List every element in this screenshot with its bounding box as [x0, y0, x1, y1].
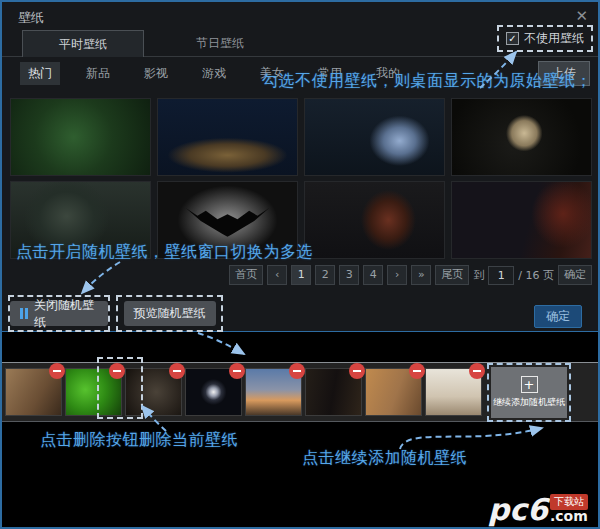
arrow-to-strip — [198, 333, 244, 354]
annotation-delete-note: 点击删除按钮删除当前壁纸 — [40, 430, 238, 451]
wallpaper-thumb-smoking[interactable] — [451, 181, 592, 259]
batman-logo-shape — [186, 202, 269, 237]
page-3-button[interactable]: 3 — [339, 265, 359, 285]
page-first-button[interactable]: 首页 — [229, 265, 263, 285]
strip-thumb-dark-cliff[interactable] — [305, 368, 362, 416]
no-wallpaper-highlight-box: ✓ 不使用壁纸 — [497, 25, 593, 52]
arrow-to-add-button — [400, 428, 542, 449]
pagination: 首页 ‹ 1 2 3 4 › » 尾页 到 / 16 页 确定 — [229, 265, 592, 285]
plus-icon: + — [521, 376, 538, 393]
delete-badge-icon[interactable] — [469, 363, 485, 379]
strip-thumb-warm-interior[interactable] — [365, 368, 422, 416]
close-icon[interactable]: ✕ — [575, 7, 588, 25]
page-2-button[interactable]: 2 — [315, 265, 335, 285]
annotation-add-note: 点击继续添加随机壁纸 — [302, 448, 467, 469]
goto-confirm-button[interactable]: 确定 — [558, 265, 592, 285]
add-random-highlight-box: + 继续添加随机壁纸 — [487, 363, 571, 422]
tab-normal-wallpaper[interactable]: 平时壁纸 — [22, 30, 144, 57]
delete-badge-icon[interactable] — [109, 363, 125, 379]
category-movies[interactable]: 影视 — [136, 62, 176, 85]
wallpaper-app-screenshot: 壁纸 ✕ 平时壁纸 节日壁纸 ✓ 不使用壁纸 热门 新品 影视 游戏 美女 常用… — [0, 0, 600, 529]
checkbox-checked-icon[interactable]: ✓ — [506, 32, 519, 45]
strip-thumb-bright-room[interactable] — [425, 368, 482, 416]
no-wallpaper-label[interactable]: 不使用壁纸 — [524, 30, 584, 47]
annotation-checkbox-note: 勾选不使用壁纸，则桌面显示的为原始壁纸； — [262, 71, 592, 92]
total-pages-label: / 16 页 — [518, 268, 554, 283]
delete-badge-icon[interactable] — [349, 363, 365, 379]
preview-random-highlight-box: 预览随机壁纸 — [116, 295, 223, 332]
delete-badge-icon[interactable] — [49, 363, 65, 379]
delete-badge-icon[interactable] — [289, 363, 305, 379]
page-1-button[interactable]: 1 — [291, 265, 311, 285]
page-last-button[interactable]: 尾页 — [435, 265, 469, 285]
annotation-random-note: 点击开启随机壁纸，壁纸窗口切换为多选 — [16, 242, 313, 263]
ok-button[interactable]: 确定 — [534, 305, 582, 328]
strip-thumb-pebbles[interactable] — [125, 368, 182, 416]
category-hot[interactable]: 热门 — [20, 62, 60, 85]
page-4-button[interactable]: 4 — [363, 265, 383, 285]
pc6-logo-tld: .com — [550, 510, 588, 523]
strip-thumb-hand[interactable] — [5, 368, 62, 416]
strip-thumb-city-sunset[interactable] — [245, 368, 302, 416]
add-random-label: 继续添加随机壁纸 — [493, 396, 565, 409]
random-wallpaper-strip: + 继续添加随机壁纸 — [2, 362, 598, 422]
wallpaper-thumb-colosseum[interactable] — [157, 98, 298, 176]
pause-icon — [20, 308, 28, 319]
strip-thumb-galaxy[interactable] — [185, 368, 242, 416]
stop-random-wallpaper-button[interactable]: 关闭随机壁纸 — [10, 301, 108, 326]
strip-thumb-green-leaves[interactable] — [65, 368, 122, 416]
wallpaper-dialog: 壁纸 ✕ 平时壁纸 节日壁纸 ✓ 不使用壁纸 热门 新品 影视 游戏 美女 常用… — [2, 2, 598, 332]
pc6-logo-text: pc6 — [488, 497, 548, 523]
preview-random-wallpaper-button[interactable]: 预览随机壁纸 — [124, 301, 216, 326]
pc6-logo: pc6 下载站 .com — [488, 494, 588, 523]
stop-random-label: 关闭随机壁纸 — [34, 297, 98, 331]
goto-page-input[interactable] — [488, 266, 514, 285]
category-new[interactable]: 新品 — [78, 62, 118, 85]
delete-badge-icon[interactable] — [229, 363, 245, 379]
wallpaper-thumb-blue-dress[interactable] — [304, 98, 445, 176]
category-games[interactable]: 游戏 — [194, 62, 234, 85]
page-next-more-button[interactable]: » — [411, 265, 431, 285]
delete-badge-icon[interactable] — [409, 363, 425, 379]
stop-random-highlight-box: 关闭随机壁纸 — [8, 295, 110, 332]
dialog-title: 壁纸 — [18, 9, 44, 27]
page-next-button[interactable]: › — [387, 265, 407, 285]
preview-random-label: 预览随机壁纸 — [134, 305, 206, 322]
wallpaper-grid — [10, 98, 592, 259]
delete-badge-icon[interactable] — [169, 363, 185, 379]
wallpaper-thumb-red-hair[interactable] — [304, 181, 445, 259]
wallpaper-thumb-green-leaf[interactable] — [10, 98, 151, 176]
wallpaper-thumb-skull[interactable] — [451, 98, 592, 176]
goto-label: 到 — [473, 268, 484, 283]
tab-festival-wallpaper[interactable]: 节日壁纸 — [145, 30, 295, 57]
add-random-wallpaper-button[interactable]: + 继续添加随机壁纸 — [491, 367, 567, 418]
page-prev-button[interactable]: ‹ — [267, 265, 287, 285]
